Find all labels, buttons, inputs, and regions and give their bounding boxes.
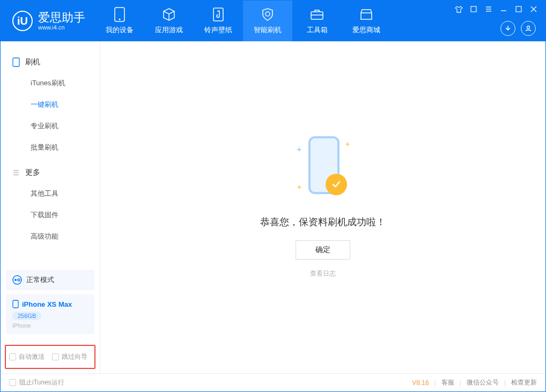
tab-toolbox[interactable]: 工具箱 <box>292 1 342 41</box>
checkbox-icon <box>52 353 59 360</box>
group-more: 更多 <box>1 162 100 183</box>
tab-label: 应用游戏 <box>155 25 183 35</box>
app-logo: iU 爱思助手 www.i4.cn <box>1 11 95 31</box>
mode-status[interactable]: 正常模式 <box>6 270 94 290</box>
svg-rect-10 <box>13 58 19 66</box>
checkbox-label: 跳过向导 <box>62 352 87 361</box>
sidebar-item-oneclick[interactable]: 一键刷机 <box>1 94 100 115</box>
svg-rect-7 <box>471 6 476 12</box>
phone-icon <box>12 57 20 67</box>
device-name-label: iPhone XS Max <box>22 300 72 308</box>
toolbox-icon <box>309 7 324 22</box>
sparkle-icon <box>296 146 301 151</box>
success-message: 恭喜您，保资料刷机成功啦！ <box>260 216 386 228</box>
view-log-link[interactable]: 查看日志 <box>310 269 336 278</box>
sparkle-icon <box>345 142 350 147</box>
svg-text:iU: iU <box>17 15 28 27</box>
mode-label: 正常模式 <box>26 275 54 285</box>
tab-ringtones[interactable]: 铃声壁纸 <box>194 1 243 41</box>
svg-point-12 <box>14 279 17 281</box>
tab-my-device[interactable]: 我的设备 <box>95 1 144 41</box>
sidebar-item-batch[interactable]: 批量刷机 <box>1 137 100 158</box>
checkbox-icon <box>9 353 16 360</box>
tab-label: 工具箱 <box>307 25 328 35</box>
cube-icon <box>161 7 176 22</box>
tab-label: 爱思商城 <box>352 25 380 35</box>
ok-button[interactable]: 确定 <box>296 240 350 260</box>
svg-point-13 <box>18 279 20 281</box>
brand-name: 爱思助手 <box>38 11 85 24</box>
footer-support[interactable]: 客服 <box>441 378 454 387</box>
device-icon <box>112 7 127 22</box>
svg-rect-6 <box>311 12 323 19</box>
svg-rect-4 <box>213 8 223 21</box>
main-content: 恭喜您，保资料刷机成功啦！ 确定 查看日志 <box>100 41 545 373</box>
shield-icon <box>260 7 275 22</box>
maximize-icon[interactable] <box>514 5 523 13</box>
store-icon <box>359 7 374 22</box>
brand-url: www.i4.cn <box>38 24 85 31</box>
group-label: 更多 <box>25 168 40 177</box>
tab-flash[interactable]: 智能刷机 <box>243 1 292 41</box>
sidebar-item-tools[interactable]: 其他工具 <box>1 183 100 204</box>
footer-wechat[interactable]: 微信公众号 <box>467 378 499 387</box>
svg-point-3 <box>119 19 121 20</box>
group-label: 刷机 <box>25 57 40 67</box>
shirt-icon[interactable] <box>454 5 463 13</box>
success-illustration <box>293 136 352 206</box>
checkbox-skip-guide[interactable]: 跳过向导 <box>52 352 87 361</box>
sidebar: 刷机 iTunes刷机 一键刷机 专业刷机 批量刷机 更多 其他工具 下载固件 … <box>1 41 100 373</box>
checkbox-label: 自动激活 <box>19 352 45 361</box>
phone-icon <box>12 300 19 308</box>
rect-icon[interactable] <box>469 5 478 13</box>
sidebar-item-itunes[interactable]: iTunes刷机 <box>1 72 100 94</box>
checkbox-auto-activate[interactable]: 自动激活 <box>9 352 45 361</box>
device-type: iPhone <box>12 322 88 329</box>
tab-store[interactable]: 爱思商城 <box>342 1 391 41</box>
list-icon <box>12 169 20 176</box>
music-icon <box>211 7 226 22</box>
logo-icon: iU <box>12 11 33 31</box>
svg-point-9 <box>527 26 530 29</box>
tab-label: 我的设备 <box>106 25 134 35</box>
options-highlight: 自动激活 跳过向导 <box>5 345 95 369</box>
checkbox-block-itunes[interactable]: 阻止iTunes运行 <box>9 378 64 387</box>
sidebar-item-pro[interactable]: 专业刷机 <box>1 115 100 137</box>
svg-rect-14 <box>13 300 18 308</box>
sidebar-item-fw[interactable]: 下载固件 <box>1 204 100 226</box>
minimize-icon[interactable] <box>499 5 508 13</box>
version-label: V8.16 <box>412 379 429 387</box>
tab-label: 铃声壁纸 <box>204 25 232 35</box>
titlebar: iU 爱思助手 www.i4.cn 我的设备 应用游戏 铃声壁纸 智能刷机 <box>1 1 545 41</box>
nav-tabs: 我的设备 应用游戏 铃声壁纸 智能刷机 工具箱 爱思商城 <box>95 1 391 41</box>
user-icon[interactable] <box>521 21 536 36</box>
device-capacity: 256GB <box>12 312 41 320</box>
menu-icon[interactable] <box>484 5 493 13</box>
check-badge-icon <box>326 174 347 195</box>
sidebar-item-adv[interactable]: 高级功能 <box>1 226 100 247</box>
svg-point-5 <box>265 12 270 16</box>
footer: 阻止iTunes运行 V8.16 | 客服 | 微信公众号 | 检查更新 <box>1 373 545 391</box>
download-icon[interactable] <box>500 21 515 36</box>
sparkle-icon <box>297 184 302 190</box>
device-info[interactable]: iPhone XS Max 256GB iPhone <box>6 294 94 334</box>
checkbox-icon <box>9 379 16 386</box>
checkbox-label: 阻止iTunes运行 <box>19 378 64 387</box>
svg-rect-8 <box>516 6 521 12</box>
group-flash: 刷机 <box>1 52 100 72</box>
tab-label: 智能刷机 <box>254 25 282 35</box>
footer-update[interactable]: 检查更新 <box>511 378 537 387</box>
tab-apps[interactable]: 应用游戏 <box>144 1 194 41</box>
close-icon[interactable] <box>529 5 538 13</box>
mode-icon <box>12 275 22 285</box>
